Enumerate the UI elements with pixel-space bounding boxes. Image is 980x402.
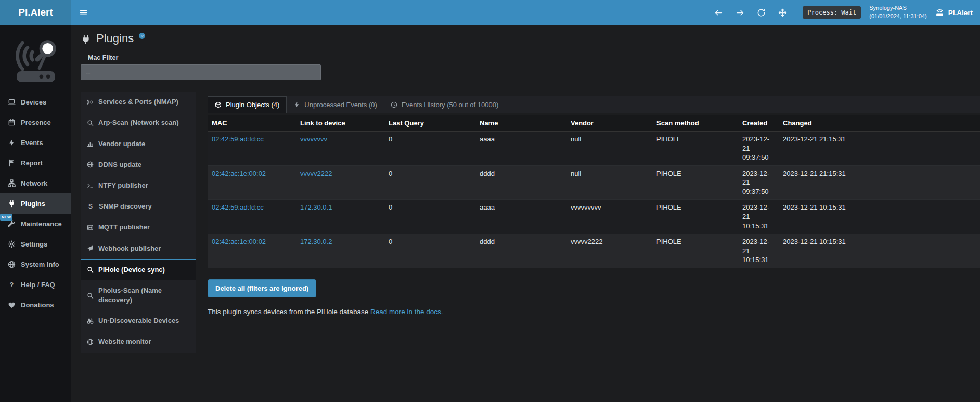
sidebar-menu: Devices Presence Events Report Network P… — [0, 92, 71, 315]
tab-label: Events History (50 out of 10000) — [402, 101, 498, 109]
plugin-nav-item-ddns-update[interactable]: DDNS update — [81, 154, 196, 175]
cell-changed: 2023-12-21 10:15:31 — [779, 200, 980, 234]
cell-scan-method: PIHOLE — [652, 165, 738, 200]
tab-unprocessed-events[interactable]: Unprocessed Events (0) — [287, 96, 383, 113]
plugin-nav-item-vendor-update[interactable]: Vendor update — [81, 134, 196, 154]
cell-changed: 2023-12-21 10:15:31 — [779, 234, 980, 268]
plugin-nav-item-arp-scan[interactable]: Arp-Scan (Network scan) — [81, 112, 196, 133]
new-badge: NEW — [0, 214, 12, 221]
sidebar-item-devices[interactable]: Devices — [0, 92, 71, 112]
host-time: (01/01/2024, 11:31:04) — [869, 12, 927, 21]
sidebar-item-label: Donations — [21, 301, 54, 309]
plugin-nav-label: Pholus-Scan (Name discovery) — [98, 286, 191, 305]
mac-link[interactable]: 02:42:ac:1e:00:02 — [212, 238, 266, 245]
search-icon — [87, 292, 94, 299]
sidebar-item-maintenance[interactable]: NEW Maintenance — [0, 214, 71, 234]
device-link[interactable]: 172.30.0.1 — [300, 203, 332, 211]
table-row: 02:42:59:ad:fd:cc vvvvvvvv 0 aaaa null P… — [208, 132, 980, 166]
refresh-icon[interactable] — [757, 8, 766, 17]
plug-icon — [8, 200, 16, 208]
plugin-nav-label: Vendor update — [98, 139, 145, 149]
cell-last-query: 0 — [384, 132, 475, 166]
sidebar-item-label: Devices — [21, 98, 46, 106]
docs-link[interactable]: Read more in the docs. — [370, 308, 443, 316]
plugin-nav-item-services-ports[interactable]: Services & Ports (NMAP) — [81, 92, 196, 112]
router-scan-illustration — [9, 36, 63, 87]
cell-changed: 2023-12-21 21:15:31 — [779, 165, 980, 200]
cell-mac: 02:42:ac:1e:00:02 — [208, 234, 296, 268]
plug-icon — [81, 34, 91, 45]
cell-changed: 2023-12-21 21:15:31 — [779, 132, 980, 166]
sidebar-item-presence[interactable]: Presence — [0, 112, 71, 133]
cell-created: 2023-12-21 10:15:31 — [738, 234, 779, 268]
cell-scan-method: PIHOLE — [652, 132, 738, 166]
cell-scan-method: PIHOLE — [652, 200, 738, 234]
host-name: Synology-NAS — [869, 4, 927, 12]
globe-icon — [8, 261, 16, 268]
arrow-left-icon[interactable] — [714, 8, 723, 17]
tab-plugin-objects[interactable]: Plugin Objects (4) — [208, 96, 287, 113]
plugin-nav-item-ntfy-publisher[interactable]: NTFY publisher — [81, 175, 196, 196]
cell-created: 2023-12-21 09:37:50 — [738, 132, 779, 166]
header-right: Process: Wait Synology-NAS (01/01/2024, … — [714, 4, 980, 21]
cell-vendor: vvvvvvvvv — [566, 200, 652, 234]
sidebar-item-label: System info — [21, 261, 59, 268]
cell-last-query: 0 — [384, 165, 475, 200]
delete-all-button[interactable]: Delete all (filters are ignored) — [208, 279, 316, 297]
sidebar-item-label: Report — [21, 159, 43, 167]
sidebar-item-settings[interactable]: Settings — [0, 234, 71, 254]
cell-vendor: vvvvv2222 — [566, 234, 652, 268]
device-link[interactable]: vvvvvvvv — [300, 135, 327, 143]
sidebar-item-donations[interactable]: Donations — [0, 295, 71, 315]
tab-label: Plugin Objects (4) — [226, 101, 279, 109]
cell-mac: 02:42:59:ad:fd:cc — [208, 200, 296, 234]
sidebar-item-plugins[interactable]: Plugins — [0, 193, 71, 214]
terminal-icon — [87, 183, 94, 189]
arrows-expand-icon[interactable] — [778, 8, 787, 17]
globe-icon — [87, 339, 94, 345]
plugin-nav-item-pihole[interactable]: PiHole (Device sync) — [81, 259, 196, 280]
sidebar-item-label: Help / FAQ — [21, 281, 55, 289]
sidebar-item-label: Maintenance — [21, 220, 62, 228]
tab-events-history[interactable]: Events History (50 out of 10000) — [384, 96, 505, 113]
plugin-nav-label: Un-Discoverable Devices — [98, 316, 179, 326]
sidebar-item-events[interactable]: Events — [0, 133, 71, 153]
plugin-nav-item-snmp-discovery[interactable]: S SNMP discovery — [81, 196, 196, 217]
sidebar-item-system-info[interactable]: System info — [0, 254, 71, 275]
heart-icon — [8, 301, 16, 309]
mac-link[interactable]: 02:42:59:ad:fd:cc — [212, 135, 264, 143]
cell-name: dddd — [475, 234, 566, 268]
mac-link[interactable]: 02:42:59:ad:fd:cc — [212, 203, 264, 211]
device-link[interactable]: 172.30.0.2 — [300, 238, 332, 245]
laptop-icon — [8, 98, 16, 106]
table-row: 02:42:ac:1e:00:02 vvvvv2222 0 dddd null … — [208, 165, 980, 200]
svg-text:?: ? — [10, 281, 14, 289]
mac-link[interactable]: 02:42:ac:1e:00:02 — [212, 170, 266, 177]
arrow-right-icon[interactable] — [736, 8, 744, 17]
help-badge[interactable]: ? — [139, 33, 145, 39]
globe-icon — [87, 161, 94, 168]
plugin-nav-item-pholus-scan[interactable]: Pholus-Scan (Name discovery) — [81, 280, 196, 310]
cell-name: aaaa — [475, 200, 566, 234]
cell-vendor: null — [566, 165, 652, 200]
calendar-icon — [8, 119, 16, 126]
flag-icon — [8, 159, 16, 167]
plugin-nav-item-undiscoverable-devices[interactable]: Un-Discoverable Devices — [81, 310, 196, 331]
sidebar-toggle-button[interactable] — [71, 0, 95, 25]
plugin-nav-label: DDNS update — [98, 160, 141, 170]
plugin-nav-item-webhook-publisher[interactable]: Webhook publisher — [81, 238, 196, 259]
app-logo[interactable]: Pi.Alert — [0, 0, 71, 25]
cell-name: dddd — [475, 165, 566, 200]
cell-name: aaaa — [475, 132, 566, 166]
device-link[interactable]: vvvvv2222 — [300, 170, 332, 177]
sidebar-item-help-faq[interactable]: ? Help / FAQ — [0, 275, 71, 295]
mac-filter-input[interactable] — [81, 64, 321, 80]
sidebar-item-report[interactable]: Report — [0, 153, 71, 173]
header-brand[interactable]: Pi.Alert — [935, 8, 973, 17]
plugin-nav-item-website-monitor[interactable]: Website monitor — [81, 331, 196, 352]
plugin-nav-item-mqtt-publisher[interactable]: MQTT publisher — [81, 217, 196, 238]
table-header-row: MAC Link to device Last Query Name Vendo… — [208, 115, 980, 132]
cell-link-to-device: vvvvvvvv — [296, 132, 384, 166]
clock-icon — [391, 101, 397, 108]
sidebar-item-network[interactable]: Network — [0, 173, 71, 193]
